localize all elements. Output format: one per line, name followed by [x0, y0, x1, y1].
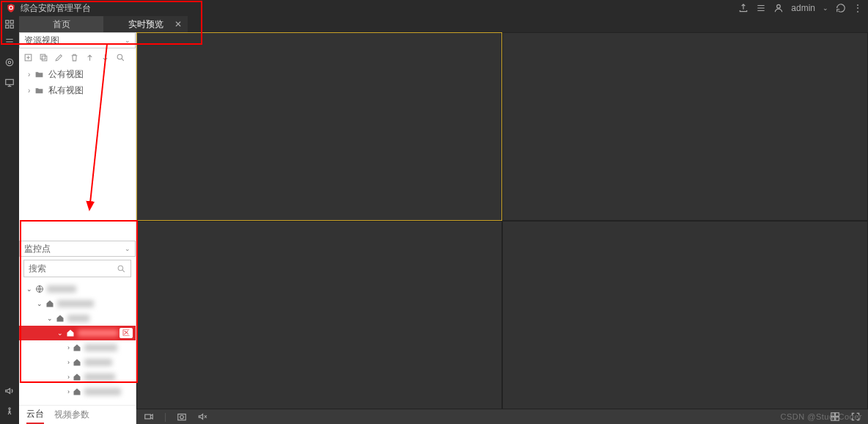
tab-home-label: 首页: [53, 18, 70, 31]
tree-label-redacted: [78, 329, 118, 337]
tree-node-2[interactable]: ⌄: [19, 311, 136, 326]
home-icon: [45, 299, 54, 308]
tree-node-4[interactable]: ›: [19, 355, 136, 370]
upload-icon[interactable]: [738, 3, 749, 13]
apps-icon[interactable]: [0, 16, 19, 32]
username[interactable]: admin: [791, 3, 815, 13]
chevron-right-icon: ›: [67, 359, 70, 366]
resource-view-label: 资源视图: [24, 34, 59, 47]
svg-rect-8: [6, 79, 14, 84]
video-cell-3[interactable]: [136, 221, 502, 409]
tab-preview[interactable]: 实时预览 ✕: [103, 16, 188, 32]
chevron-down-icon: ⌄: [125, 245, 130, 252]
user-icon[interactable]: [773, 3, 784, 13]
svg-rect-3: [10, 21, 13, 23]
left-rail: [0, 32, 19, 424]
monitor-point-combo[interactable]: 监控点 ⌄: [19, 241, 136, 257]
svg-point-1: [777, 4, 781, 8]
chevron-right-icon: ›: [67, 373, 70, 381]
search-icon[interactable]: [116, 53, 125, 62]
chevron-right-icon: ›: [67, 388, 70, 395]
svg-point-14: [118, 266, 123, 271]
walk-icon[interactable]: [4, 406, 15, 417]
side-panel: 资源视图 ⌄ › 公有视图 › 私有视图 监控点 ⌄: [19, 32, 136, 424]
svg-point-18: [180, 415, 184, 419]
mute-icon[interactable]: [197, 412, 207, 422]
home-icon: [73, 373, 81, 381]
tree-node-5[interactable]: ›: [19, 370, 136, 384]
folder-icon: [34, 70, 44, 79]
close-icon[interactable]: ✕: [174, 19, 182, 29]
tree-private-view[interactable]: › 私有视图: [19, 82, 136, 98]
tree-node-1[interactable]: ⌄: [19, 296, 136, 311]
svg-point-13: [117, 54, 122, 59]
search-icon[interactable]: [117, 264, 126, 274]
tree-node-3[interactable]: ›: [19, 340, 136, 355]
tree-private-label: 私有视图: [48, 84, 84, 97]
edit-icon[interactable]: [54, 53, 64, 62]
tree-root[interactable]: ⌄: [19, 282, 136, 296]
chevron-down-icon: ⌄: [37, 300, 43, 307]
grid-toolbar: |: [136, 409, 868, 424]
app-title: 综合安防管理平台: [21, 2, 91, 15]
folder-icon: [34, 86, 44, 95]
svg-rect-11: [40, 54, 45, 59]
bottom-tabs: 云台 视频参数: [19, 405, 136, 424]
newwin-icon[interactable]: [39, 53, 48, 62]
camera-icon[interactable]: [144, 412, 154, 422]
refresh-icon[interactable]: [836, 3, 846, 13]
down-icon[interactable]: [100, 53, 110, 62]
tab-home[interactable]: 首页: [19, 16, 103, 32]
tree-toolbar: [19, 48, 136, 66]
menu-icon[interactable]: [4, 37, 15, 47]
video-grid: |: [136, 32, 868, 424]
chevron-down-icon: ⌄: [57, 329, 63, 337]
home-icon: [66, 329, 75, 337]
tree-label-redacted: [84, 344, 117, 351]
home-icon: [73, 358, 81, 367]
tree-label-redacted: [84, 373, 115, 381]
svg-point-7: [8, 61, 11, 64]
tree-label-redacted: [47, 285, 76, 293]
globe-icon: [35, 285, 44, 293]
resource-view-combo[interactable]: 资源视图 ⌄: [19, 32, 136, 48]
tree-label-redacted: [84, 388, 121, 395]
tree-label-redacted: [84, 359, 112, 366]
tree-node-selected[interactable]: ⌄ 区: [19, 326, 136, 340]
snapshot-icon[interactable]: [177, 412, 187, 422]
monitor-icon[interactable]: [4, 78, 15, 88]
tab-preview-label: 实时预览: [128, 18, 163, 31]
search-box[interactable]: [23, 260, 131, 277]
search-input[interactable]: [29, 263, 102, 274]
chevron-down-icon: ⌄: [47, 315, 53, 322]
video-cell-2[interactable]: [502, 32, 868, 221]
svg-rect-4: [6, 25, 9, 28]
tree-label-redacted: [57, 300, 94, 307]
new-icon[interactable]: [23, 53, 33, 62]
up-icon[interactable]: [85, 53, 95, 62]
announce-icon[interactable]: [4, 386, 15, 396]
chevron-right-icon: ›: [67, 344, 70, 351]
svg-rect-2: [6, 21, 9, 23]
video-cell-4[interactable]: [502, 221, 868, 409]
tab-video-params-label: 视频参数: [54, 409, 89, 420]
chevron-down-icon: ⌄: [125, 37, 130, 44]
home-icon: [73, 387, 81, 396]
target-icon[interactable]: [4, 57, 15, 67]
chevron-down-icon[interactable]: ⌄: [823, 4, 828, 12]
tab-ptz[interactable]: 云台: [26, 406, 44, 424]
svg-rect-16: [145, 414, 151, 419]
video-cell-1[interactable]: [136, 32, 502, 221]
tab-video-params[interactable]: 视频参数: [54, 409, 89, 421]
tab-bar: 首页 实时预览 ✕: [0, 16, 868, 32]
tree-node-6[interactable]: ›: [19, 384, 136, 399]
monitor-point-label: 监控点: [24, 243, 51, 255]
tree-label-redacted: [67, 315, 89, 322]
list-icon[interactable]: [756, 3, 766, 13]
title-bar: 综合安防管理平台 admin ⌄ ⋮: [0, 0, 868, 16]
tree-public-view[interactable]: › 公有视图: [19, 66, 136, 82]
more-icon[interactable]: ⋮: [853, 5, 862, 11]
home-icon: [73, 343, 81, 352]
svg-point-6: [6, 59, 12, 65]
delete-icon[interactable]: [70, 53, 79, 62]
